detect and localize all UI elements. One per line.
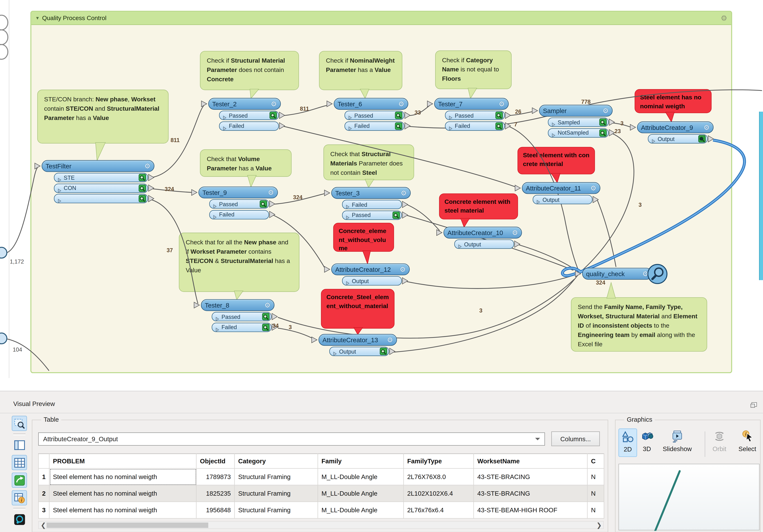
gear-icon[interactable]: ⚙	[498, 100, 505, 107]
panel-layout-icon[interactable]	[12, 437, 27, 453]
transformer-Tester_7[interactable]: Tester_7⚙	[434, 98, 509, 110]
gear-icon[interactable]: ⚙	[400, 190, 407, 197]
table-row[interactable]: 1Steel element has no nominal weigth1789…	[38, 469, 604, 485]
transformer-Sampler[interactable]: Sampler⚙	[539, 105, 612, 117]
gear-icon[interactable]: ⚙	[602, 107, 609, 114]
inspection-magnifier-icon[interactable]	[139, 184, 146, 192]
port-Failed[interactable]: Failed	[219, 121, 279, 131]
gear-icon[interactable]: ⚙	[400, 266, 406, 273]
port-Failed[interactable]: Failed	[345, 121, 404, 131]
table-cell[interactable]: 43-STE-BEAM-HIGH ROOF	[474, 502, 588, 518]
table-cell[interactable]: N	[588, 485, 604, 502]
table-cell[interactable]: 43-STE-BRACING	[474, 469, 588, 485]
scrollbar-thumb[interactable]	[47, 522, 208, 528]
offscreen-port[interactable]	[0, 333, 7, 344]
transformer-AttributeCreator_13[interactable]: AttributeCreator_13⚙	[319, 334, 397, 346]
table-cell[interactable]: Structural Framing	[235, 485, 318, 502]
column-header-FamilyType[interactable]: FamilyType	[403, 454, 474, 468]
preview-table[interactable]: PROBLEMObjectIdCategoryFamilyFamilyTypeW…	[38, 454, 604, 519]
transformer-Tester_2[interactable]: Tester_2⚙	[208, 98, 281, 110]
table-cell[interactable]: Steel element has no nominal weigth	[49, 502, 196, 518]
inspect-badge-icon[interactable]	[647, 264, 667, 284]
table-horizontal-scrollbar[interactable]: ❮ ❯	[38, 521, 603, 529]
inspection-magnifier-icon[interactable]	[698, 135, 706, 142]
inspection-magnifier-icon[interactable]	[380, 348, 387, 355]
inspection-magnifier-icon[interactable]	[395, 112, 402, 119]
table-cell[interactable]: M_LL-Double Angle	[318, 469, 403, 485]
port-Failed[interactable]: Failed	[209, 210, 269, 219]
feature-info-table-icon[interactable]: i	[12, 490, 27, 505]
port-STE[interactable]: STE	[54, 173, 148, 182]
slideshow-view-button[interactable]: Slideshow	[658, 428, 697, 457]
transformer-Tester_6[interactable]: Tester_6⚙	[334, 98, 408, 110]
gear-icon[interactable]: ⚙	[387, 336, 393, 343]
media-view-icon[interactable]	[12, 512, 27, 527]
gear-icon[interactable]: ⚙	[268, 189, 274, 196]
port-Passed[interactable]: Passed	[445, 111, 505, 120]
gear-icon[interactable]: ⚙	[590, 185, 597, 192]
table-cell[interactable]: M_LL-Double Angle	[318, 502, 403, 518]
float-panel-icon[interactable]	[750, 401, 757, 407]
column-header-Family[interactable]: Family	[318, 454, 403, 468]
table-cell[interactable]: 2L76x76x6.4	[403, 502, 474, 518]
port-CON[interactable]: CON	[54, 183, 148, 193]
scroll-right-icon[interactable]: ❯	[596, 521, 601, 529]
table-cell[interactable]: 1956848	[196, 502, 235, 518]
columns-button[interactable]: Columns...	[551, 431, 600, 446]
inspection-magnifier-icon[interactable]	[599, 119, 606, 126]
inspection-magnifier-icon[interactable]	[262, 323, 270, 331]
table-header-row[interactable]: PROBLEMObjectIdCategoryFamilyFamilyTypeW…	[38, 454, 604, 468]
transformer-Tester_8[interactable]: Tester_8⚙	[201, 299, 274, 311]
inspection-magnifier-icon[interactable]	[395, 122, 402, 130]
port-Output[interactable]: Output	[454, 239, 514, 249]
inspection-magnifier-icon[interactable]	[392, 211, 400, 219]
table-row[interactable]: 2Steel element has no nominal weigth1825…	[38, 485, 604, 502]
scroll-left-icon[interactable]: ❮	[41, 521, 46, 529]
port-Unfiltered[interactable]	[54, 194, 148, 203]
gear-icon[interactable]: ⚙	[144, 162, 151, 169]
port-Sampled[interactable]: Sampled	[548, 118, 609, 127]
inspection-magnifier-icon[interactable]	[495, 122, 503, 130]
inspection-magnifier-icon[interactable]	[495, 112, 503, 119]
table-cell[interactable]: M_LL-Double Angle	[318, 485, 403, 502]
column-header-ObjectId[interactable]: ObjectId	[196, 454, 235, 468]
port-Output[interactable]: Output	[648, 134, 708, 143]
port-Failed[interactable]: Failed	[212, 322, 272, 332]
table-cell[interactable]: 1825235	[196, 485, 235, 502]
port-Output[interactable]: Output	[533, 195, 593, 204]
table-cell[interactable]: Structural Framing	[235, 502, 318, 518]
transformer-quality_check[interactable]: quality_check⚙	[582, 268, 652, 280]
port-Passed[interactable]: Passed	[212, 312, 272, 321]
table-row[interactable]: 3Steel element has no nominal weigth1956…	[38, 502, 604, 518]
table-cell[interactable]: 2L102X102X6.4	[403, 485, 474, 502]
transformer-Tester_3[interactable]: Tester_3⚙	[331, 187, 411, 199]
port-Failed[interactable]: Failed	[445, 121, 505, 131]
column-header-Category[interactable]: Category	[235, 454, 318, 468]
column-header-PROBLEM[interactable]: PROBLEM	[49, 454, 196, 468]
gear-icon[interactable]: ⚙	[704, 124, 709, 131]
gear-icon[interactable]: ⚙	[271, 100, 277, 107]
port-Passed[interactable]: Passed	[209, 199, 269, 209]
3d-view-button[interactable]: 3D	[638, 428, 656, 457]
inspection-magnifier-icon[interactable]	[270, 112, 277, 119]
offscreen-port[interactable]	[0, 247, 7, 258]
feature-information-icon[interactable]	[12, 416, 27, 431]
table-cell[interactable]: Structural Framing	[235, 469, 318, 485]
port-Output[interactable]: Output	[329, 347, 389, 356]
port-Output[interactable]: Output	[342, 276, 402, 286]
inspection-magnifier-icon[interactable]	[260, 200, 267, 208]
port-Passed[interactable]: Passed	[345, 111, 404, 120]
transformer-TestFilter[interactable]: TestFilter⚙	[42, 160, 155, 172]
graphics-view-icon[interactable]	[12, 473, 27, 488]
column-header-WorksetName[interactable]: WorksetName	[474, 454, 588, 468]
transformer-AttributeCreator_9[interactable]: AttributeCreator_9⚙	[637, 122, 713, 133]
gear-icon[interactable]: ⚙	[398, 100, 404, 107]
select-view-button[interactable]: iSelect	[734, 428, 761, 457]
graphics-viewport[interactable]	[618, 464, 760, 530]
table-cell[interactable]: 43-STE-BRACING	[474, 485, 588, 502]
orbit-view-button[interactable]: Orbit	[707, 428, 732, 457]
table-cell[interactable]: Steel element has no nominal weigth	[49, 469, 196, 485]
gear-icon[interactable]: ⚙	[512, 229, 518, 236]
transformer-Tester_9[interactable]: Tester_9⚙	[198, 187, 278, 198]
table-cell[interactable]: 2L76X76X8.0	[403, 469, 474, 485]
